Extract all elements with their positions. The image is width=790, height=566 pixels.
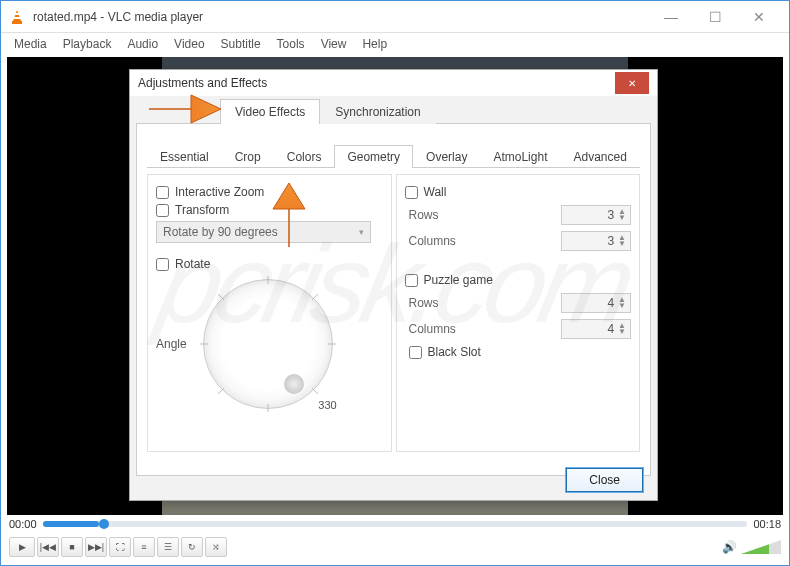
minimize-button[interactable]: — [649, 3, 693, 31]
tab-essential[interactable]: Essential [147, 145, 222, 168]
extended-button[interactable]: ≡ [133, 537, 155, 557]
fullscreen-button[interactable]: ⛶ [109, 537, 131, 557]
angle-label: Angle [156, 337, 187, 351]
menu-help[interactable]: Help [355, 35, 394, 53]
vlc-icon [9, 9, 25, 25]
close-window-button[interactable]: ✕ [737, 3, 781, 31]
main-tabs: Video Effects Synchronization [136, 98, 651, 124]
prev-button[interactable]: |◀◀ [37, 537, 59, 557]
wall-checkbox[interactable]: Wall [405, 185, 632, 199]
interactive-zoom-checkbox[interactable]: Interactive Zoom [156, 185, 383, 199]
menu-playback[interactable]: Playback [56, 35, 119, 53]
window-title: rotated.mp4 - VLC media player [33, 10, 649, 24]
random-button[interactable]: ⤭ [205, 537, 227, 557]
tab-geometry[interactable]: Geometry [334, 145, 413, 168]
puzzle-rows-spinner[interactable]: 4▲▼ [561, 293, 631, 313]
svg-line-10 [218, 388, 224, 394]
wall-cols-spinner[interactable]: 3▲▼ [561, 231, 631, 251]
svg-rect-1 [12, 21, 22, 24]
effects-dialog: Adjustments and Effects ✕ Video Effects … [129, 69, 658, 501]
wall-rows-label: Rows [409, 208, 439, 222]
black-slot-checkbox[interactable]: Black Slot [409, 345, 632, 359]
dialog-close-button[interactable]: ✕ [615, 72, 649, 94]
svg-line-9 [312, 294, 318, 300]
tab-atmolight[interactable]: AtmoLight [480, 145, 560, 168]
wall-rows-spinner[interactable]: 3▲▼ [561, 205, 631, 225]
dialog-title: Adjustments and Effects [138, 76, 267, 90]
playlist-button[interactable]: ☰ [157, 537, 179, 557]
playback-controls: ▶ |◀◀ ■ ▶▶| ⛶ ≡ ☰ ↻ ⤭ 🔊 [9, 535, 781, 559]
tab-crop[interactable]: Crop [222, 145, 274, 168]
play-button[interactable]: ▶ [9, 537, 35, 557]
stop-button[interactable]: ■ [61, 537, 83, 557]
transform-select[interactable]: Rotate by 90 degrees▾ [156, 221, 371, 243]
tab-synchronization[interactable]: Synchronization [320, 99, 435, 124]
svg-rect-3 [14, 17, 21, 19]
tab-colors[interactable]: Colors [274, 145, 335, 168]
puzzle-cols-label: Columns [409, 322, 456, 336]
menu-video[interactable]: Video [167, 35, 211, 53]
speaker-icon[interactable]: 🔊 [722, 540, 737, 554]
volume-slider[interactable] [741, 540, 781, 554]
svg-rect-2 [15, 13, 20, 15]
dialog-content: Essential Crop Colors Geometry Overlay A… [136, 124, 651, 476]
svg-marker-0 [13, 10, 21, 21]
seek-bar: 00:00 00:18 [9, 517, 781, 531]
tab-advanced[interactable]: Advanced [560, 145, 639, 168]
svg-line-8 [218, 294, 224, 300]
right-panel: Wall Rows3▲▼ Columns3▲▼ Puzzle game Rows… [396, 174, 641, 452]
menu-subtitle[interactable]: Subtitle [214, 35, 268, 53]
left-panel: Interactive Zoom Transform Rotate by 90 … [147, 174, 392, 452]
menubar: Media Playback Audio Video Subtitle Tool… [1, 33, 789, 55]
dialog-titlebar: Adjustments and Effects ✕ [130, 70, 657, 96]
seek-track[interactable] [43, 521, 748, 527]
puzzle-rows-label: Rows [409, 296, 439, 310]
sub-tabs: Essential Crop Colors Geometry Overlay A… [147, 144, 640, 168]
angle-value: 330 [318, 399, 336, 411]
time-current: 00:00 [9, 518, 37, 530]
puzzle-cols-spinner[interactable]: 4▲▼ [561, 319, 631, 339]
menu-audio[interactable]: Audio [120, 35, 165, 53]
svg-line-11 [312, 388, 318, 394]
loop-button[interactable]: ↻ [181, 537, 203, 557]
tab-video-effects[interactable]: Video Effects [220, 99, 320, 124]
transform-checkbox[interactable]: Transform [156, 203, 383, 217]
main-window: rotated.mp4 - VLC media player — ☐ ✕ Med… [0, 0, 790, 566]
tab-overlay[interactable]: Overlay [413, 145, 480, 168]
wall-cols-label: Columns [409, 234, 456, 248]
angle-knob[interactable] [203, 279, 333, 409]
rotate-checkbox[interactable]: Rotate [156, 257, 383, 271]
menu-media[interactable]: Media [7, 35, 54, 53]
time-total: 00:18 [753, 518, 781, 530]
next-button[interactable]: ▶▶| [85, 537, 107, 557]
puzzle-checkbox[interactable]: Puzzle game [405, 273, 632, 287]
menu-tools[interactable]: Tools [270, 35, 312, 53]
dialog-close-footer-button[interactable]: Close [566, 468, 643, 492]
maximize-button[interactable]: ☐ [693, 3, 737, 31]
menu-view[interactable]: View [314, 35, 354, 53]
titlebar: rotated.mp4 - VLC media player — ☐ ✕ [1, 1, 789, 33]
